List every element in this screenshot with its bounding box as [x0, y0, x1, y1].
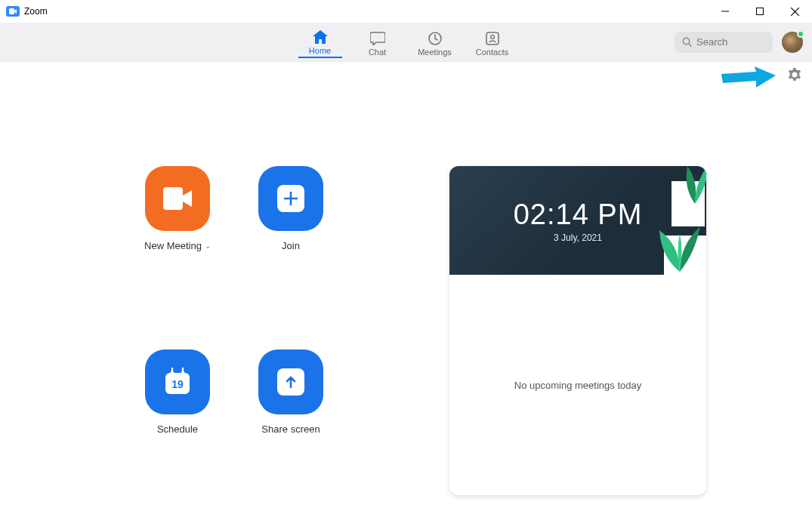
window-title: Zoom: [24, 6, 48, 17]
close-button[interactable]: [777, 0, 812, 23]
tab-label: Meetings: [418, 48, 452, 57]
empty-state-text: No upcoming meetings today: [514, 380, 641, 391]
clock-time: 02:14 PM: [514, 199, 643, 231]
maximize-icon: [756, 8, 764, 15]
contacts-icon: [484, 31, 501, 46]
action-label: Schedule: [157, 423, 198, 435]
tab-meetings[interactable]: Meetings: [413, 26, 457, 58]
nav-tabs: Home Chat Meetings Contacts: [298, 26, 514, 58]
navbar: Home Chat Meetings Contacts Search: [0, 23, 812, 62]
svg-text:19: 19: [171, 378, 184, 390]
tab-label: Chat: [369, 48, 386, 57]
svg-line-8: [689, 44, 691, 46]
actions-grid: New Meeting ⌄ Join 19: [121, 166, 347, 495]
svg-rect-1: [757, 8, 764, 15]
share-arrow-icon: [258, 349, 323, 414]
titlebar: Zoom: [0, 0, 812, 23]
action-label: Join: [282, 240, 300, 251]
new-meeting-button[interactable]: New Meeting ⌄: [121, 166, 234, 312]
tab-label: Contacts: [476, 48, 508, 57]
tab-home[interactable]: Home: [298, 26, 342, 58]
search-input[interactable]: Search: [675, 32, 773, 53]
zoom-app-icon: [6, 6, 20, 17]
settings-button[interactable]: [788, 68, 801, 85]
search-icon: [682, 37, 692, 47]
video-icon: [145, 166, 210, 231]
close-icon: [791, 8, 799, 16]
svg-point-7: [683, 38, 689, 44]
calendar-icon: 19: [145, 349, 210, 414]
tab-chat[interactable]: Chat: [356, 26, 400, 58]
plus-icon: [258, 166, 323, 231]
meetings-panel: 02:14 PM 3 July, 2021 No upcoming meetin…: [449, 166, 706, 495]
panel-header: 02:14 PM 3 July, 2021: [449, 166, 706, 275]
plant-decoration-icon: [676, 166, 706, 211]
svg-point-6: [490, 35, 494, 38]
window-controls: [708, 0, 812, 23]
presence-indicator: [797, 30, 804, 38]
clock-icon: [427, 31, 443, 46]
minimize-button[interactable]: [708, 0, 743, 23]
main-content: New Meeting ⌄ Join 19: [0, 91, 812, 495]
plant-decoration-icon: [653, 219, 706, 275]
clock-date: 3 July, 2021: [554, 232, 602, 243]
maximize-button[interactable]: [743, 0, 777, 23]
search-placeholder: Search: [696, 36, 727, 48]
action-label: New Meeting ⌄: [144, 240, 211, 251]
tab-label: Home: [309, 46, 331, 55]
home-icon: [312, 29, 329, 45]
nav-right: Search: [675, 32, 803, 53]
chat-icon: [369, 31, 386, 46]
action-label: Share screen: [261, 423, 320, 435]
subheader: [0, 62, 812, 91]
arrow-annotation-icon: [721, 66, 776, 88]
gear-icon: [788, 68, 801, 82]
panel-body: No upcoming meetings today: [449, 275, 706, 495]
schedule-button[interactable]: 19 Schedule: [121, 349, 234, 495]
chevron-down-icon[interactable]: ⌄: [205, 242, 211, 250]
join-button[interactable]: Join: [234, 166, 347, 312]
share-screen-button[interactable]: Share screen: [234, 349, 347, 495]
minimize-icon: [721, 8, 729, 15]
tab-contacts[interactable]: Contacts: [471, 26, 514, 58]
avatar[interactable]: [782, 32, 803, 53]
